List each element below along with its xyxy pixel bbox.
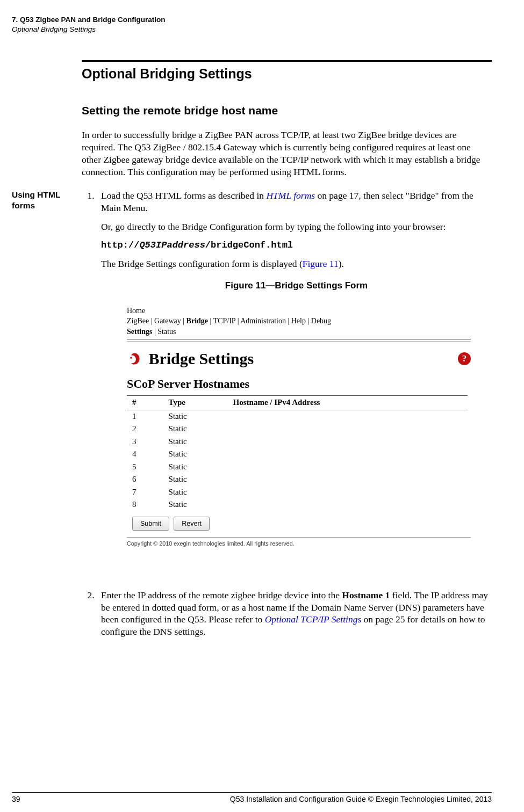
content-column: Optional Bridging Settings Setting the r… <box>82 60 492 178</box>
nav-line-3: Settings | Status <box>127 327 471 337</box>
step1-or: Or, go directly to the Bridge Configurat… <box>101 221 492 233</box>
hostname-6-field[interactable] <box>230 473 468 486</box>
table-row: 5Static <box>127 461 468 474</box>
section-rule <box>82 60 492 62</box>
page-footer: 39 Q53 Installation and Configuration Gu… <box>12 792 492 803</box>
step1-text-pre: Load the Q53 HTML forms as described in <box>101 190 266 201</box>
nav-help[interactable]: Help <box>291 317 306 325</box>
step-list: Load the Q53 HTML forms as described in … <box>82 190 492 637</box>
nav-admin[interactable]: Administration <box>240 317 286 325</box>
hostname-7-field[interactable] <box>230 486 468 499</box>
nav-gateway[interactable]: Gateway <box>154 317 181 325</box>
svg-point-0 <box>130 357 132 359</box>
hostname-8-field[interactable] <box>230 498 468 511</box>
table-row: 1Static <box>127 410 468 423</box>
nav-zigbee[interactable]: ZigBee <box>127 317 149 325</box>
help-icon[interactable]: ? <box>458 352 471 365</box>
page-header: 7. Q53 Zigbee PAN and Bridge Configurati… <box>12 15 492 34</box>
col-num: # <box>127 396 166 410</box>
page-number: 39 <box>12 795 20 803</box>
nav-status[interactable]: Status <box>157 328 176 336</box>
step2-pre: Enter the IP address of the remote zigbe… <box>101 590 342 600</box>
figure-title-left: Bridge Settings <box>127 348 254 369</box>
scop-table: # Type Hostname / IPv4 Address 1Static 2… <box>127 395 468 511</box>
step2-bold: Hostname 1 <box>342 590 390 600</box>
submit-button[interactable]: Submit <box>132 517 169 531</box>
table-row: 8Static <box>127 498 468 511</box>
figure-nav: Home ZigBee | Gateway | Bridge | TCP/IP … <box>127 306 471 337</box>
figure-title-text: Bridge Settings <box>148 350 254 367</box>
col-type: Type <box>166 396 230 410</box>
footer-text: Q53 Installation and Configuration Guide… <box>230 795 492 803</box>
header-chapter: 7. Q53 Zigbee PAN and Bridge Configurati… <box>12 15 492 25</box>
nav-debug[interactable]: Debug <box>311 317 331 325</box>
col-host: Hostname / IPv4 Address <box>230 396 468 410</box>
code-url: http://Q53IPaddress/bridgeConf.html <box>101 240 492 251</box>
hostname-1-field[interactable] <box>230 410 468 423</box>
figure-rule-1 <box>127 339 471 339</box>
hostname-4-field[interactable] <box>230 448 468 461</box>
section-title: Optional Bridging Settings <box>82 66 492 82</box>
table-row: 3Static <box>127 436 468 448</box>
table-row: 4Static <box>127 448 468 461</box>
link-tcpip-settings[interactable]: Optional TCP/IP Settings <box>265 614 362 625</box>
step1-result: The Bridge Settings configuration form i… <box>101 258 492 270</box>
nav-tcpip[interactable]: TCP/IP <box>213 317 236 325</box>
scop-heading: SCoP Server Hostnames <box>127 376 471 392</box>
page: 7. Q53 Zigbee PAN and Bridge Configurati… <box>0 0 524 812</box>
figure-caption: Figure 11—Bridge Settings Form <box>101 280 492 292</box>
nav-line-1: Home <box>127 306 471 316</box>
step-block: Using HTML forms Load the Q53 HTML forms… <box>12 190 492 644</box>
intro-paragraph: In order to successfully bridge a ZigBee… <box>82 129 492 178</box>
hostname-3-field[interactable] <box>230 436 468 448</box>
nav-bridge[interactable]: Bridge <box>186 317 208 325</box>
hostname-5-field[interactable] <box>230 461 468 474</box>
figure-copyright: Copyright © 2010 exegin technologies lim… <box>127 537 471 547</box>
figure-11: Home ZigBee | Gateway | Bridge | TCP/IP … <box>127 306 471 547</box>
step-2: Enter the IP address of the remote zigbe… <box>97 589 492 638</box>
button-row: Submit Revert <box>132 517 471 531</box>
table-row: 2Static <box>127 423 468 436</box>
subsection-title: Setting the remote bridge host name <box>82 104 492 117</box>
figure-title-row: Bridge Settings ? <box>127 348 471 369</box>
revert-button[interactable]: Revert <box>174 517 210 531</box>
nav-settings[interactable]: Settings <box>127 328 152 336</box>
header-section: Optional Bridging Settings <box>12 25 492 34</box>
link-figure-11[interactable]: Figure 11 <box>303 258 339 269</box>
table-row: 6Static <box>127 473 468 486</box>
link-html-forms[interactable]: HTML forms <box>266 190 315 201</box>
nav-line-2: ZigBee | Gateway | Bridge | TCP/IP | Adm… <box>127 316 471 327</box>
margin-note: Using HTML forms <box>12 190 82 211</box>
step-1: Load the Q53 HTML forms as described in … <box>97 190 492 547</box>
figure-rule-2 <box>127 341 471 342</box>
hostname-2-field[interactable] <box>230 423 468 436</box>
exegin-logo-icon <box>127 351 142 366</box>
table-row: 7Static <box>127 486 468 499</box>
